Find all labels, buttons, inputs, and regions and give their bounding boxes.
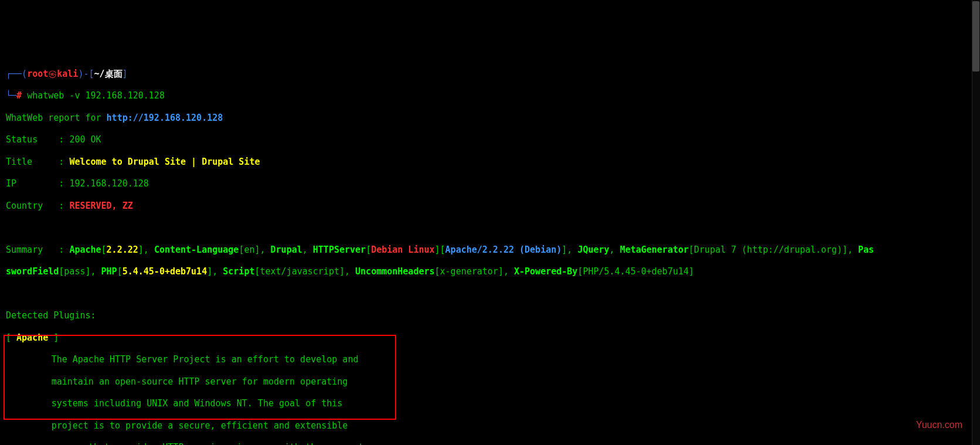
apache-desc: The Apache HTTP Server Project is an eff… — [6, 354, 974, 365]
summary-line-2: swordField[pass], PHP[5.4.45-0+deb7u14],… — [6, 266, 974, 277]
terminal-output: ┌──(root㉿kali)-[~/桌面] └─# whatweb -v 192… — [6, 46, 974, 445]
plugin-apache-header: [ Apache ] — [6, 332, 974, 344]
ip-line: IP : 192.168.120.128 — [6, 178, 974, 189]
scrollbar-thumb[interactable] — [972, 1, 979, 72]
country-line: Country : RESERVED, ZZ — [6, 201, 974, 212]
summary-line: Summary : Apache[2.2.22], Content-Langua… — [6, 244, 974, 256]
title-line: Title : Welcome to Drupal Site | Drupal … — [6, 157, 974, 168]
prompt-line-1: ┌──(root㉿kali)-[~/桌面] — [6, 69, 974, 80]
command-text: whatweb -v 192.168.120.128 — [27, 90, 165, 101]
report-url: WhatWeb report for http://192.168.120.12… — [6, 113, 974, 124]
scrollbar[interactable] — [972, 0, 980, 445]
prompt-line-2[interactable]: └─# whatweb -v 192.168.120.128 — [6, 90, 974, 101]
detected-header: Detected Plugins: — [6, 310, 974, 321]
watermark-text: Yuucn.com — [916, 419, 962, 431]
status-line: Status : 200 OK — [6, 134, 974, 145]
